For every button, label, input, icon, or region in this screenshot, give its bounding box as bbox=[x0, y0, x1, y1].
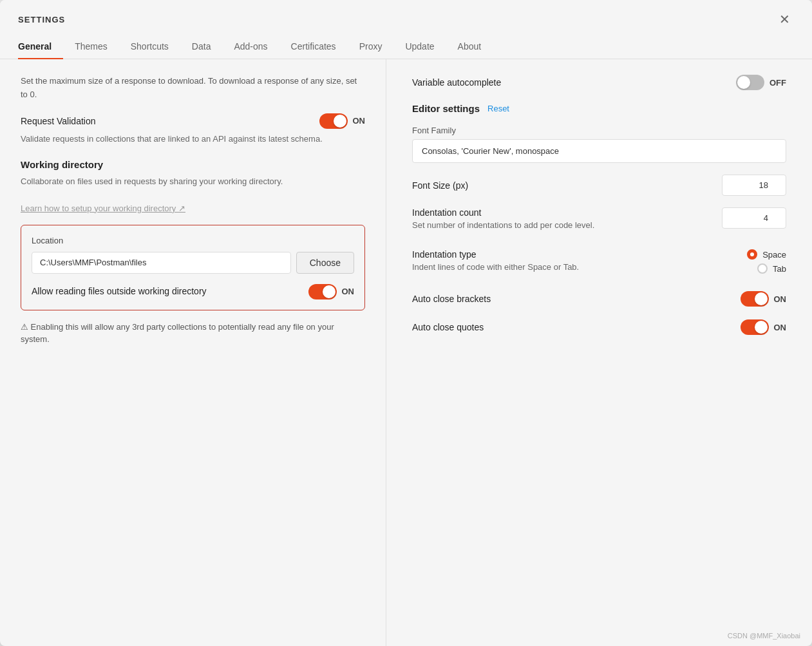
dialog-header: SETTINGS ✕ bbox=[0, 0, 812, 27]
request-validation-desc: Validate requests in collections that ar… bbox=[21, 133, 365, 146]
auto-close-quotes-toggle-label: ON bbox=[774, 323, 787, 332]
dialog-title: SETTINGS bbox=[18, 15, 65, 24]
radio-space-label: Space bbox=[762, 250, 786, 260]
radio-tab-circle bbox=[757, 263, 768, 274]
font-size-row: Font Size (px) bbox=[412, 175, 786, 196]
request-validation-toggle[interactable] bbox=[319, 113, 348, 129]
right-panel: Variable autocomplete OFF Editor setting… bbox=[386, 59, 812, 646]
tab-shortcuts[interactable]: Shortcuts bbox=[119, 36, 180, 59]
auto-close-quotes-label: Auto close quotes bbox=[412, 322, 484, 332]
reset-link[interactable]: Reset bbox=[487, 104, 509, 113]
radio-tab-label: Tab bbox=[773, 264, 786, 274]
auto-close-brackets-toggle[interactable] bbox=[741, 291, 769, 307]
auto-close-brackets-toggle-wrap: ON bbox=[741, 291, 787, 307]
tab-addons[interactable]: Add-ons bbox=[222, 36, 279, 59]
tab-certificates[interactable]: Certificates bbox=[279, 36, 348, 59]
left-panel: Set the maximum size of a response to do… bbox=[0, 59, 386, 646]
font-family-input[interactable] bbox=[412, 139, 786, 163]
request-validation-knob bbox=[334, 115, 346, 128]
variable-autocomplete-toggle-label: OFF bbox=[770, 78, 786, 88]
tab-themes[interactable]: Themes bbox=[63, 36, 119, 59]
indentation-type-radio-group: Space Tab bbox=[747, 249, 786, 274]
location-input-row: Choose bbox=[32, 252, 354, 274]
font-family-label: Font Family bbox=[412, 126, 786, 135]
indentation-type-section: Indentation type Indent lines of code wi… bbox=[412, 249, 786, 278]
close-button[interactable]: ✕ bbox=[775, 12, 794, 27]
allow-reading-row: Allow reading files outside working dire… bbox=[32, 284, 354, 299]
request-validation-toggle-wrap: ON bbox=[319, 113, 366, 129]
tab-data[interactable]: Data bbox=[180, 36, 223, 59]
radio-space[interactable]: Space bbox=[747, 249, 786, 260]
request-validation-toggle-label: ON bbox=[353, 116, 366, 126]
variable-autocomplete-row: Variable autocomplete OFF bbox=[412, 75, 786, 90]
indentation-type-left: Indentation type Indent lines of code wi… bbox=[412, 249, 747, 278]
editor-heading-row: Editor settings Reset bbox=[412, 103, 786, 114]
footer-credit: CSDN @MMF_Xiaobai bbox=[728, 632, 800, 640]
auto-close-quotes-toggle-wrap: ON bbox=[741, 319, 787, 335]
warning-row: ⚠ Enabling this will allow any 3rd party… bbox=[21, 321, 365, 346]
auto-close-brackets-label: Auto close brackets bbox=[412, 294, 491, 304]
indentation-count-left: Indentation count Set number of indentat… bbox=[412, 207, 712, 236]
location-box: Location Choose Allow reading files outs… bbox=[21, 225, 365, 310]
settings-dialog: SETTINGS ✕ General Themes Shortcuts Data… bbox=[0, 0, 812, 646]
indentation-count-label: Indentation count bbox=[412, 207, 712, 218]
location-label: Location bbox=[32, 236, 354, 245]
indentation-count-section: Indentation count Set number of indentat… bbox=[412, 207, 786, 236]
allow-reading-toggle-wrap: ON bbox=[308, 284, 355, 299]
tab-general[interactable]: General bbox=[18, 36, 63, 59]
auto-close-brackets-row: Auto close brackets ON bbox=[412, 291, 786, 307]
warning-text: ⚠ Enabling this will allow any 3rd party… bbox=[21, 321, 365, 346]
location-input[interactable] bbox=[32, 252, 291, 274]
allow-reading-knob bbox=[323, 285, 335, 298]
content-area: Set the maximum size of a response to do… bbox=[0, 59, 812, 646]
variable-autocomplete-toggle-wrap: OFF bbox=[736, 75, 786, 90]
working-directory-desc: Collaborate on files used in requests by… bbox=[21, 175, 365, 188]
indentation-count-desc: Set number of indentations to add per co… bbox=[412, 220, 712, 230]
variable-autocomplete-toggle[interactable] bbox=[736, 75, 764, 90]
allow-reading-toggle[interactable] bbox=[308, 284, 337, 299]
auto-close-brackets-toggle-label: ON bbox=[774, 294, 787, 304]
working-directory-link[interactable]: Learn how to setup your working director… bbox=[21, 204, 185, 213]
allow-reading-label: Allow reading files outside working dire… bbox=[32, 285, 207, 298]
request-validation-label: Request Validation bbox=[21, 116, 95, 126]
auto-close-quotes-knob bbox=[755, 321, 768, 334]
variable-autocomplete-label: Variable autocomplete bbox=[412, 77, 501, 88]
font-size-label: Font Size (px) bbox=[412, 180, 468, 191]
working-directory-heading: Working directory bbox=[21, 159, 365, 170]
tab-about[interactable]: About bbox=[446, 36, 493, 59]
auto-close-quotes-toggle[interactable] bbox=[741, 319, 769, 335]
tabs-bar: General Themes Shortcuts Data Add-ons Ce… bbox=[0, 27, 812, 59]
auto-close-quotes-row: Auto close quotes ON bbox=[412, 319, 786, 335]
radio-tab[interactable]: Tab bbox=[757, 263, 786, 274]
allow-reading-toggle-label: ON bbox=[342, 287, 355, 296]
indentation-type-desc: Indent lines of code with either Space o… bbox=[412, 262, 747, 272]
editor-settings-heading: Editor settings bbox=[412, 103, 480, 114]
tab-proxy[interactable]: Proxy bbox=[348, 36, 394, 59]
variable-autocomplete-knob bbox=[737, 76, 750, 89]
auto-close-brackets-knob bbox=[755, 292, 768, 305]
tab-update[interactable]: Update bbox=[393, 36, 446, 59]
choose-button[interactable]: Choose bbox=[296, 252, 354, 274]
indentation-count-input[interactable] bbox=[722, 207, 786, 229]
font-size-input[interactable] bbox=[722, 175, 786, 196]
max-response-desc: Set the maximum size of a response to do… bbox=[21, 75, 365, 102]
radio-space-circle bbox=[747, 249, 757, 260]
indentation-type-label: Indentation type bbox=[412, 249, 747, 260]
request-validation-row: Request Validation ON bbox=[21, 113, 365, 129]
